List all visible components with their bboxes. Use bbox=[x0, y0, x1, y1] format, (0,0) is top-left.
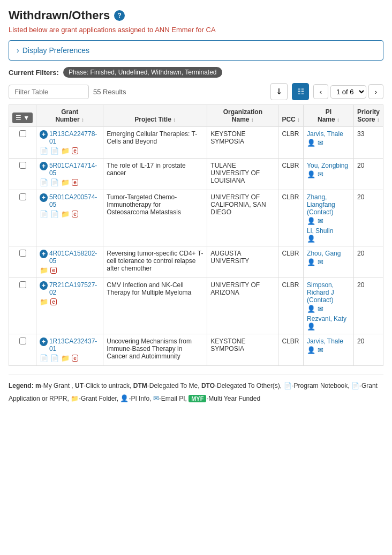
col-priority-score: PriorityScore ↕ bbox=[353, 105, 383, 127]
legend-label: Legend: bbox=[9, 382, 34, 389]
grant-cell-3: + 5R01CA200574-05 📄 📄 📁 e bbox=[36, 190, 103, 246]
add-button-2[interactable]: + bbox=[40, 162, 48, 170]
legend-email-icon: ✉ bbox=[153, 394, 159, 402]
display-preferences-toggle[interactable]: › Display Preferences bbox=[9, 40, 383, 61]
pdf-icon-2[interactable]: 📄 bbox=[50, 178, 59, 186]
pi-link-1[interactable]: Jarvis, Thale bbox=[307, 130, 350, 138]
legend-nb-icon: 📄 bbox=[284, 382, 292, 389]
grant-link-4[interactable]: 4R01CA158202-05 bbox=[49, 250, 100, 265]
bulk-menu-button[interactable]: ☰ ▼ bbox=[12, 112, 33, 123]
pi-link-3b[interactable]: Li, Shulin bbox=[307, 227, 350, 235]
score-cell-3: 20 bbox=[353, 190, 383, 246]
pdf-icon-3[interactable]: 📄 bbox=[50, 210, 59, 218]
title-cell-1: Emerging Cellular Therapies: T-Cells and… bbox=[103, 127, 207, 159]
grant-link-2[interactable]: 5R01CA174714-05 bbox=[49, 162, 100, 177]
score-cell-1: 33 bbox=[353, 127, 383, 159]
notebook-icon-6[interactable]: 📄 bbox=[40, 354, 48, 362]
col-org-name: OrganizationName ↕ bbox=[207, 105, 278, 127]
pi-info-icon-1[interactable]: 👤 bbox=[307, 139, 315, 147]
grant-link-3[interactable]: 5R01CA200574-05 bbox=[49, 193, 100, 208]
pi-info-icon-4[interactable]: 👤 bbox=[307, 258, 315, 266]
pi-link-3[interactable]: Zhang, Liangfang (Contact) bbox=[307, 193, 350, 216]
pcc-cell-1: CLBR bbox=[278, 127, 304, 159]
row-checkbox-2[interactable] bbox=[9, 159, 36, 190]
download-button[interactable]: ⇓ bbox=[270, 83, 288, 100]
pi-info-icon-5[interactable]: 👤 bbox=[307, 305, 315, 313]
email-pi-icon-3[interactable]: ✉ bbox=[318, 217, 323, 225]
org-cell-1: KEYSTONE SYMPOSIA bbox=[207, 127, 278, 159]
pi-info-icon-2[interactable]: 👤 bbox=[307, 170, 315, 178]
email-pi-icon-5[interactable]: ✉ bbox=[318, 305, 323, 313]
grant-cell-4: + 4R01CA158202-05 📁 e bbox=[36, 246, 103, 278]
row-checkbox-6[interactable] bbox=[9, 334, 36, 366]
filters-row: Current Filters: Phase: Finished, Undefi… bbox=[9, 67, 383, 78]
notebook-icon-3[interactable]: 📄 bbox=[40, 210, 48, 218]
next-page-button[interactable]: › bbox=[368, 84, 383, 99]
row-checkbox-3[interactable] bbox=[9, 190, 36, 246]
pi-info-icon-6[interactable]: 👤 bbox=[307, 346, 315, 354]
e-icon-5[interactable]: e bbox=[50, 298, 57, 305]
email-pi-icon-4[interactable]: ✉ bbox=[318, 258, 323, 266]
e-icon-6[interactable]: e bbox=[72, 355, 78, 362]
prev-page-button[interactable]: ‹ bbox=[313, 84, 328, 99]
pi-info-icon-5b[interactable]: 👤 bbox=[307, 322, 315, 331]
pi-link-2[interactable]: You, Zongbing bbox=[307, 162, 350, 169]
grant-cell-6: + 1R13CA232437-01 📄 📄 📁 e bbox=[36, 334, 103, 366]
pi-info-icon-3[interactable]: 👤 bbox=[307, 217, 315, 225]
pi-link-6[interactable]: Jarvis, Thale bbox=[307, 338, 350, 345]
grid-view-button[interactable]: ☷ bbox=[292, 83, 309, 100]
row-checkbox-4[interactable] bbox=[9, 246, 36, 278]
add-button-3[interactable]: + bbox=[40, 193, 48, 202]
pi-info-icon-3b[interactable]: 👤 bbox=[307, 235, 315, 243]
row-checkbox-5[interactable] bbox=[9, 278, 36, 334]
folder-icon-3[interactable]: 📁 bbox=[61, 210, 70, 218]
email-pi-icon-1[interactable]: ✉ bbox=[318, 139, 323, 147]
add-button-4[interactable]: + bbox=[40, 250, 48, 258]
help-icon[interactable]: ? bbox=[114, 10, 125, 21]
toolbar: 55 Results ⇓ ☷ ‹ 1 of 6 2 of 6 3 of 6 4 … bbox=[9, 83, 383, 100]
page-selector[interactable]: 1 of 6 2 of 6 3 of 6 4 of 6 5 of 6 6 of … bbox=[330, 85, 366, 99]
folder-icon-6[interactable]: 📁 bbox=[61, 354, 70, 362]
folder-icon-5[interactable]: 📁 bbox=[40, 298, 48, 306]
filters-label: Current Filters: bbox=[9, 69, 59, 77]
add-button-5[interactable]: + bbox=[40, 281, 48, 290]
email-pi-icon-2[interactable]: ✉ bbox=[318, 170, 323, 178]
add-button-6[interactable]: + bbox=[40, 338, 48, 346]
org-cell-4: AUGUSTA UNIVERSITY bbox=[207, 246, 278, 278]
table-row: + 7R21CA197527-02 📁 e CMV Infection and … bbox=[9, 278, 383, 334]
add-button-1[interactable]: + bbox=[40, 130, 48, 139]
notebook-icon-1[interactable]: 📄 bbox=[40, 147, 48, 155]
pi-link-4[interactable]: Zhou, Gang bbox=[307, 250, 350, 257]
page-subtitle: Listed below are grant applications assi… bbox=[9, 26, 383, 34]
legend-folder-icon: 📁 bbox=[71, 395, 79, 402]
folder-icon-2[interactable]: 📁 bbox=[61, 178, 70, 186]
pi-link-5[interactable]: Simpson, Richard J (Contact) bbox=[307, 281, 350, 304]
pdf-icon-1[interactable]: 📄 bbox=[50, 147, 59, 155]
e-icon-1[interactable]: e bbox=[72, 147, 78, 154]
myf-badge: MYF bbox=[189, 395, 206, 402]
grant-link-6[interactable]: 1R13CA232437-01 bbox=[49, 338, 100, 352]
org-cell-6: KEYSTONE SYMPOSIA bbox=[207, 334, 278, 366]
row-checkbox-1[interactable] bbox=[9, 127, 36, 159]
e-icon-4[interactable]: e bbox=[50, 267, 57, 274]
folder-icon-1[interactable]: 📁 bbox=[61, 147, 70, 155]
select-all-header: ☰ ▼ bbox=[9, 105, 36, 127]
grant-link-1[interactable]: 1R13CA224778-01 bbox=[49, 130, 100, 145]
grant-link-5[interactable]: 7R21CA197527-02 bbox=[49, 281, 100, 296]
email-pi-icon-6[interactable]: ✉ bbox=[318, 346, 323, 354]
org-cell-2: TULANE UNIVERSITY OF LOUISIANA bbox=[207, 159, 278, 190]
e-icon-3[interactable]: e bbox=[72, 211, 78, 218]
title-cell-3: Tumor-Targeted Chemo-Immunotherapy for O… bbox=[103, 190, 207, 246]
org-cell-3: UNIVERSITY OF CALIFORNIA, SAN DIEGO bbox=[207, 190, 278, 246]
folder-icon-4[interactable]: 📁 bbox=[40, 266, 48, 274]
org-cell-5: UNIVERSITY OF ARIZONA bbox=[207, 278, 278, 334]
e-icon-2[interactable]: e bbox=[72, 179, 78, 186]
filter-input[interactable] bbox=[9, 85, 89, 99]
notebook-icon-2[interactable]: 📄 bbox=[40, 178, 48, 186]
chevron-right-icon: › bbox=[17, 46, 19, 55]
pdf-icon-6[interactable]: 📄 bbox=[50, 354, 59, 362]
col-pcc: PCC ↕ bbox=[278, 105, 304, 127]
page-title: Withdrawn/Others ? bbox=[9, 9, 383, 22]
pi-link-5b[interactable]: Rezvani, Katy bbox=[307, 315, 350, 322]
legend-pdf-icon: 📄 bbox=[351, 382, 359, 389]
